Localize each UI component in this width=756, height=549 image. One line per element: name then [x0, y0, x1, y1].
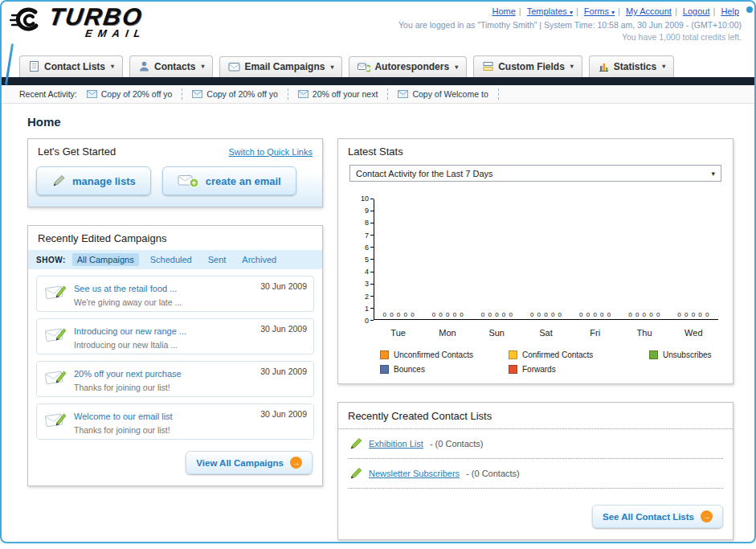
new-email-icon — [178, 174, 199, 188]
contact-list-item[interactable]: Newsletter Subscribers - (0 Contacts) — [348, 459, 723, 489]
tab-contacts[interactable]: Contacts▾ — [129, 55, 213, 77]
filter-archived[interactable]: Archived — [237, 253, 281, 266]
filter-scheduled[interactable]: Scheduled — [145, 253, 197, 266]
logo-subtitle: EMAIL — [84, 27, 147, 39]
campaign-title-link[interactable]: Welcome to our email list — [74, 412, 173, 421]
app-logo: TURBO EMAIL — [10, 6, 147, 39]
tab-label: Contact Lists — [44, 61, 105, 72]
recent-activity-text: 20% off your next — [313, 89, 378, 99]
legend-item: Bounces — [380, 365, 501, 374]
main-content: Home Let's Get Started Switch to Quick L… — [2, 104, 754, 543]
recent-activity-text: Copy of 20% off yo — [206, 89, 278, 99]
campaign-row[interactable]: See us at the retail food ... We're givi… — [36, 276, 314, 312]
y-axis: 109876543210 — [353, 195, 374, 325]
autoresponders-icon — [358, 62, 370, 72]
email-campaigns-icon — [228, 62, 240, 72]
manage-lists-label: manage lists — [72, 175, 136, 187]
tab-label: Autoresponders — [374, 61, 449, 72]
envelope-icon — [192, 90, 202, 98]
stats-period-select[interactable]: Contact Activity for the Last 7 Days ▾ — [349, 165, 721, 182]
campaign-subtitle: Thanks for joining our list! — [74, 425, 254, 435]
manage-lists-button[interactable]: manage lists — [36, 166, 151, 195]
contact-list-count: - (0 Contacts) — [466, 469, 520, 478]
page-title: Home — [27, 115, 734, 129]
top-bar: TURBO EMAIL Home| Templates ▾| Forms ▾| … — [2, 2, 754, 53]
main-nav: Contact Lists▾ Contacts▾ Email Campaigns… — [2, 53, 754, 77]
legend-label: Confirmed Contacts — [522, 350, 593, 359]
recent-activity-text: Copy of Welcome to — [412, 89, 488, 99]
top-right-block: Home| Templates ▾| Forms ▾| My Account| … — [398, 6, 742, 42]
chevron-down-icon: ▾ — [570, 63, 574, 70]
top-link-forms[interactable]: Forms ▾ — [584, 6, 615, 16]
edit-campaign-icon — [43, 410, 67, 432]
stats-period-value: Contact Activity for the Last 7 Days — [356, 169, 493, 178]
legend-item: Unconfirmed Contacts — [380, 350, 501, 359]
chevron-down-icon: ▾ — [330, 64, 333, 71]
view-all-campaigns-button[interactable]: View All Campaigns → — [186, 451, 313, 474]
tab-contact-lists[interactable]: Contact Lists▾ — [19, 55, 123, 77]
campaign-row[interactable]: Welcome to our email list Thanks for joi… — [36, 404, 314, 440]
see-all-contact-lists-label: See All Contact Lists — [603, 512, 694, 522]
contacts-icon — [138, 60, 150, 72]
campaign-row[interactable]: Introducing our new range ... Introducin… — [36, 318, 314, 354]
get-started-panel: Let's Get Started Switch to Quick Links … — [27, 138, 323, 207]
link-separator: | — [519, 6, 521, 16]
campaign-title-link[interactable]: Introducing our new range ... — [74, 326, 186, 336]
campaign-filter-bar: SHOW: All Campaigns Scheduled Sent Archi… — [28, 250, 322, 269]
custom-fields-icon — [482, 60, 494, 72]
contact-list-count: - (0 Contacts) — [430, 439, 484, 449]
chevron-down-icon: ▾ — [611, 9, 615, 16]
link-separator: | — [713, 6, 715, 16]
top-link-forms-label: Forms — [584, 6, 609, 16]
campaign-title-link[interactable]: 20% off your next purchase — [74, 369, 182, 379]
top-link-help[interactable]: Help — [721, 6, 739, 16]
create-email-button[interactable]: create an email — [162, 166, 296, 195]
campaign-date: 30 Jun 2009 — [260, 409, 307, 419]
pencil-icon — [349, 467, 362, 480]
filter-all-campaigns[interactable]: All Campaigns — [72, 253, 139, 266]
campaign-row[interactable]: 20% off your next purchase Thanks for jo… — [36, 361, 314, 397]
tab-email-campaigns[interactable]: Email Campaigns▾ — [219, 56, 342, 77]
recent-activity-item[interactable]: 20% off your next — [298, 88, 389, 100]
tab-custom-fields[interactable]: Custom Fields▾ — [473, 55, 582, 77]
campaign-subtitle: Thanks for joining our list! — [74, 383, 254, 392]
switch-quick-links-link[interactable]: Switch to Quick Links — [228, 147, 313, 157]
legend-swatch — [380, 365, 389, 374]
tab-autoresponders[interactable]: Autoresponders▾ — [349, 56, 467, 77]
latest-stats-title: Latest Stats — [348, 145, 403, 158]
chevron-down-icon: ▾ — [111, 63, 114, 70]
recent-contact-lists-panel: Recently Created Contact Lists Exhibitio… — [337, 402, 734, 540]
filter-sent[interactable]: Sent — [203, 253, 231, 266]
get-started-title: Let's Get Started — [38, 145, 116, 158]
contact-list-item[interactable]: Exhibition List - (0 Contacts) — [348, 429, 723, 459]
recent-activity-item[interactable]: Copy of 20% off yo — [87, 88, 183, 100]
top-link-templates[interactable]: Templates ▾ — [527, 6, 573, 16]
recent-contact-lists-title: Recently Created Contact Lists — [348, 410, 492, 422]
tab-label: Custom Fields — [498, 61, 565, 72]
arrow-right-icon: → — [701, 510, 713, 522]
chevron-down-icon: ▾ — [201, 63, 204, 70]
envelope-icon — [87, 90, 97, 98]
top-link-my-account[interactable]: My Account — [626, 6, 672, 16]
campaign-text: Introducing our new range ... Introducin… — [74, 323, 254, 350]
tab-statistics[interactable]: Statistics▾ — [589, 55, 674, 77]
legend-swatch — [380, 350, 389, 359]
campaign-title-link[interactable]: See us at the retail food ... — [74, 284, 177, 293]
link-separator: | — [576, 6, 578, 16]
contact-list-link[interactable]: Exhibition List — [369, 439, 423, 449]
contact-lists-icon — [28, 60, 40, 72]
chevron-down-icon: ▾ — [662, 63, 665, 70]
recent-activity-item[interactable]: Copy of Welcome to — [398, 88, 498, 100]
top-link-home[interactable]: Home — [492, 6, 515, 16]
tab-label: Email Campaigns — [244, 61, 325, 72]
top-links: Home| Templates ▾| Forms ▾| My Account| … — [398, 6, 742, 16]
see-all-contact-lists-button[interactable]: See All Contact Lists → — [592, 505, 723, 528]
login-info: You are logged in as "Timothy Smith" | S… — [398, 20, 742, 30]
decorative-dot — [746, 6, 753, 13]
contact-list-link[interactable]: Newsletter Subscribers — [369, 469, 460, 478]
recent-activity-text: Copy of 20% off yo — [101, 89, 173, 99]
recent-activity-item[interactable]: Copy of 20% off yo — [192, 88, 288, 100]
campaign-date: 30 Jun 2009 — [260, 367, 307, 376]
top-link-logout[interactable]: Logout — [683, 6, 710, 16]
x-axis-labels: TueMonSunSatFriThuWed — [374, 328, 718, 338]
